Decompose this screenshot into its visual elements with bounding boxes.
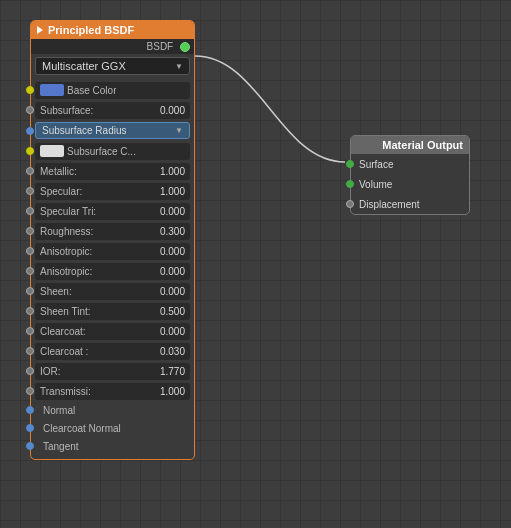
- anisotropic-value: 0.000: [160, 246, 185, 257]
- volume-row: Volume: [351, 174, 469, 194]
- distribution-dropdown[interactable]: Multiscatter GGX ▼: [35, 57, 190, 75]
- clearcoat-roughness-socket: [26, 347, 34, 355]
- roughness-label: Roughness:: [40, 226, 93, 237]
- metallic-row: Metallic: 1.000: [31, 161, 194, 181]
- clearcoat-roughness-row: Clearcoat : 0.030: [31, 341, 194, 361]
- normal-socket: [26, 406, 34, 414]
- metallic-value: 1.000: [160, 166, 185, 177]
- node-body: Base Color Subsurface: 0.000 Subsurface …: [31, 78, 194, 459]
- transmission-socket: [26, 387, 34, 395]
- specular-row: Specular: 1.000: [31, 181, 194, 201]
- anisotropic-socket: [26, 247, 34, 255]
- surface-row: Surface: [351, 154, 469, 174]
- subsurface-radius-socket: [26, 127, 34, 135]
- clearcoat-normal-label: Clearcoat Normal: [43, 423, 121, 434]
- specular-value: 1.000: [160, 186, 185, 197]
- subsurface-color-row: Subsurface C...: [31, 141, 194, 161]
- anisotropic-rotation-socket: [26, 267, 34, 275]
- specular-tint-socket: [26, 207, 34, 215]
- sheen-tint-socket: [26, 307, 34, 315]
- specular-tint-label: Specular Tri:: [40, 206, 96, 217]
- ior-socket: [26, 367, 34, 375]
- base-color-swatch[interactable]: [40, 84, 64, 96]
- ior-value: 1.770: [160, 366, 185, 377]
- subsurface-color-label: Subsurface C...: [67, 146, 136, 157]
- transmission-value: 1.000: [160, 386, 185, 397]
- node-title: Principled BSDF: [48, 24, 134, 36]
- sheen-label: Sheen:: [40, 286, 72, 297]
- clearcoat-roughness-value: 0.030: [160, 346, 185, 357]
- surface-socket: [346, 160, 354, 168]
- metallic-socket: [26, 167, 34, 175]
- ior-label: IOR:: [40, 366, 61, 377]
- sheen-tint-row: Sheen Tint: 0.500: [31, 301, 194, 321]
- subsurface-radius-dropdown[interactable]: Subsurface Radius ▼: [35, 122, 190, 139]
- subsurface-socket: [26, 106, 34, 114]
- tangent-socket: [26, 442, 34, 450]
- tangent-row: Tangent: [31, 437, 194, 455]
- output-socket: [180, 42, 190, 52]
- clearcoat-normal-row: Clearcoat Normal: [31, 419, 194, 437]
- collapse-triangle-icon[interactable]: [37, 26, 43, 34]
- dropdown-arrow-icon: ▼: [175, 62, 183, 71]
- anisotropic-rotation-label: Anisotropic:: [40, 266, 92, 277]
- subsurface-color-swatch[interactable]: [40, 145, 64, 157]
- volume-label: Volume: [359, 179, 392, 190]
- displacement-socket: [346, 200, 354, 208]
- anisotropic-row: Anisotropic: 0.000: [31, 241, 194, 261]
- volume-socket: [346, 180, 354, 188]
- anisotropic-rotation-row: Anisotropic: 0.000: [31, 261, 194, 281]
- subsurface-radius-label: Subsurface Radius: [42, 125, 127, 136]
- displacement-row: Displacement: [351, 194, 469, 214]
- anisotropic-rotation-value: 0.000: [160, 266, 185, 277]
- subsurface-row: Subsurface: 0.000: [31, 100, 194, 120]
- specular-tint-value: 0.000: [160, 206, 185, 217]
- clearcoat-row: Clearcoat: 0.000: [31, 321, 194, 341]
- specular-label: Specular:: [40, 186, 82, 197]
- subsurface-color-socket: [26, 147, 34, 155]
- bsdf-label: BSDF: [31, 39, 194, 54]
- material-output-node: Material Output Surface Volume Displacem…: [350, 135, 470, 215]
- material-output-header: Material Output: [351, 136, 469, 154]
- sheen-socket: [26, 287, 34, 295]
- dropdown-arrow-icon: ▼: [175, 126, 183, 135]
- specular-socket: [26, 187, 34, 195]
- specular-tint-row: Specular Tri: 0.000: [31, 201, 194, 221]
- node-header: Principled BSDF: [31, 21, 194, 39]
- ior-row: IOR: 1.770: [31, 361, 194, 381]
- base-color-label: Base Color: [67, 85, 116, 96]
- transmission-row: Transmissi: 1.000: [31, 381, 194, 401]
- clearcoat-roughness-label: Clearcoat :: [40, 346, 88, 357]
- subsurface-value: 0.000: [160, 105, 185, 116]
- clearcoat-label: Clearcoat:: [40, 326, 86, 337]
- subsurface-label: Subsurface:: [40, 105, 93, 116]
- clearcoat-normal-socket: [26, 424, 34, 432]
- sheen-value: 0.000: [160, 286, 185, 297]
- transmission-label: Transmissi:: [40, 386, 91, 397]
- displacement-label: Displacement: [359, 199, 420, 210]
- sheen-row: Sheen: 0.000: [31, 281, 194, 301]
- principled-bsdf-node: Principled BSDF BSDF Multiscatter GGX ▼ …: [30, 20, 195, 460]
- normal-label: Normal: [43, 405, 75, 416]
- tangent-label: Tangent: [43, 441, 79, 452]
- clearcoat-socket: [26, 327, 34, 335]
- sheen-tint-value: 0.500: [160, 306, 185, 317]
- metallic-label: Metallic:: [40, 166, 77, 177]
- base-color-socket: [26, 86, 34, 94]
- clearcoat-value: 0.000: [160, 326, 185, 337]
- normal-row: Normal: [31, 401, 194, 419]
- roughness-socket: [26, 227, 34, 235]
- material-output-title: Material Output: [382, 139, 463, 151]
- roughness-row: Roughness: 0.300: [31, 221, 194, 241]
- roughness-value: 0.300: [160, 226, 185, 237]
- base-color-row: Base Color: [31, 80, 194, 100]
- sheen-tint-label: Sheen Tint:: [40, 306, 91, 317]
- anisotropic-label: Anisotropic:: [40, 246, 92, 257]
- surface-label: Surface: [359, 159, 393, 170]
